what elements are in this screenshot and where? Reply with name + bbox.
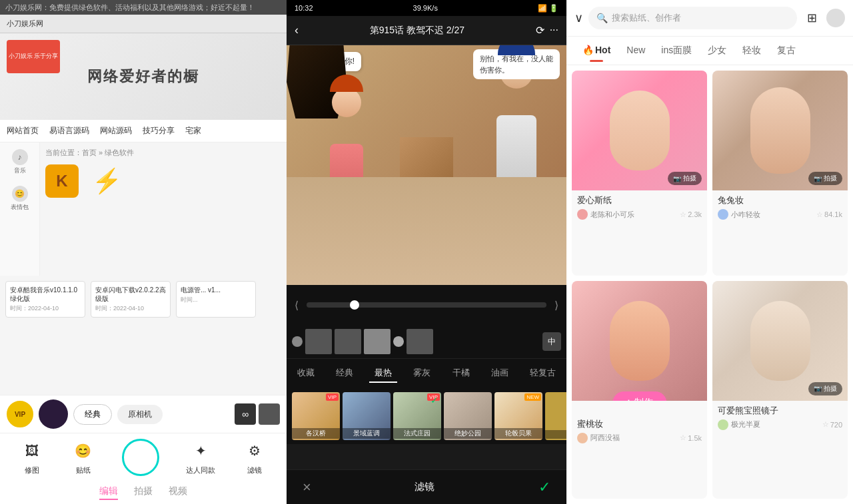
- qr-scan-icon[interactable]: ⊞: [802, 9, 821, 27]
- download-card-0[interactable]: 安卓酷我音乐v10.1.1.0 绿化版 时间：2022-04-10: [5, 281, 85, 318]
- main-content: 当前位置：首页 » 绿色软件 K ⚡: [40, 142, 287, 276]
- preset-label-2: 法式庄园: [393, 428, 441, 439]
- nav-home[interactable]: 网站首页: [7, 125, 39, 136]
- filter-tab-classic[interactable]: 经典: [331, 364, 359, 383]
- tag-vintage[interactable]: 复古: [769, 42, 804, 59]
- preset-item-4[interactable]: NEW 轮毂贝果: [494, 392, 542, 440]
- tool-filter[interactable]: ⚙ 滤镜: [243, 439, 267, 476]
- card-title-1: 兔兔妆: [718, 194, 842, 206]
- preset-item-2[interactable]: VIP ✓ 法式庄园: [393, 392, 441, 440]
- tool-edit[interactable]: 🖼 修图: [20, 439, 44, 476]
- preset-label-1: 景域蓝调: [343, 428, 391, 439]
- website-name: 小刀娱乐网: [7, 19, 43, 27]
- search-placeholder: 搜索贴纸、创作者: [612, 12, 681, 24]
- keyframe-thumb-4[interactable]: [407, 329, 433, 354]
- camera-label-1: 拍摄: [824, 174, 837, 183]
- camera-icon-1: 📷: [814, 175, 822, 182]
- author-avatar-1: [718, 209, 728, 220]
- timeline-next-icon[interactable]: ⟩: [552, 299, 561, 312]
- filter-tab-collect[interactable]: 收藏: [292, 364, 320, 383]
- tag-hot[interactable]: 🔥Hot: [574, 42, 618, 59]
- bottom-action-bar: × 滤镜 ✓: [287, 469, 566, 504]
- girl-character: [320, 71, 373, 177]
- lightning-icon: ⚡: [92, 167, 122, 195]
- filter-tab-hot[interactable]: 最热: [369, 364, 397, 383]
- filter-tab-dry[interactable]: 干橘: [447, 364, 475, 383]
- sidebar-icon-emoji[interactable]: 😊 表情包: [11, 186, 29, 212]
- edit-icon: 🖼: [20, 439, 44, 463]
- tag-girl[interactable]: 少女: [700, 42, 734, 59]
- nav-source[interactable]: 网站源码: [100, 125, 132, 136]
- likes-count-1: 84.1k: [824, 210, 842, 218]
- grid-card-3[interactable]: 📷 拍摄 可爱熊宝照镜子 极光半夏 ☆ 720: [712, 281, 848, 499]
- grid-card-0[interactable]: 📷 拍摄 爱心斯纸 老陈和小可乐 ☆ 2.3k: [572, 71, 707, 276]
- tag-light[interactable]: 轻妆: [734, 42, 769, 59]
- nav-easylang[interactable]: 易语言源码: [49, 125, 89, 136]
- tag-ins-label: ins面膜: [661, 45, 692, 55]
- cancel-icon[interactable]: ×: [303, 479, 311, 496]
- keyframe-thumb-2[interactable]: [335, 329, 361, 354]
- keyframe-thumb-3[interactable]: [364, 329, 391, 354]
- preset-label-0: 各汉桥: [292, 428, 340, 439]
- tool-sticker[interactable]: 😊 贴纸: [71, 439, 95, 476]
- nav-otaku[interactable]: 宅家: [185, 125, 201, 136]
- preset-badge-4: NEW: [524, 393, 541, 401]
- chevron-down-icon[interactable]: ∨: [574, 11, 583, 25]
- card-meta-2: 阿西没福 ☆ 1.5k: [577, 433, 702, 443]
- download-card-1[interactable]: 安卓闪电下载v2.0.2.2高级版 时间：2022-04-10: [91, 281, 171, 318]
- tool-edit-label: 修图: [25, 465, 39, 475]
- download-card-2[interactable]: 电源管... v1... 时间...: [176, 281, 256, 318]
- download-date-1: 时间：2022-04-10: [95, 304, 166, 313]
- capture-circle-icon: [122, 439, 159, 476]
- tab-video[interactable]: 视频: [169, 485, 187, 500]
- more-icon[interactable]: ···: [550, 24, 558, 37]
- card-meta-3: 极光半夏 ☆ 720: [718, 419, 842, 430]
- filter-tabs: 收藏 经典 最热 雾灰 干橘 油画 轻复古: [287, 358, 566, 388]
- timeline-prev-icon[interactable]: ⟨: [292, 299, 301, 312]
- girl-head: [332, 88, 361, 117]
- nav-tips[interactable]: 技巧分享: [143, 125, 175, 136]
- tag-new[interactable]: New: [618, 42, 653, 59]
- preset-item-0[interactable]: VIP 各汉桥: [292, 392, 340, 440]
- keyframe-thumb-1[interactable]: [305, 329, 332, 354]
- filter-tab-grey[interactable]: 雾灰: [408, 364, 436, 383]
- fab-create-button[interactable]: + 制作: [612, 391, 666, 401]
- share-icon[interactable]: ⟳: [536, 24, 544, 37]
- preset-item-1[interactable]: 景域蓝调: [343, 392, 391, 440]
- user-avatar[interactable]: [826, 9, 845, 27]
- card-image-2: + 制作: [572, 281, 707, 401]
- search-bar[interactable]: 🔍 搜索贴纸、创作者: [588, 7, 797, 29]
- sidebar-icon-music[interactable]: ♪ 音乐: [12, 149, 28, 175]
- filter-btn-classic[interactable]: 经典: [73, 404, 112, 425]
- card-author-0: 老陈和小可乐: [577, 209, 634, 220]
- tool-sticker-label: 贴纸: [76, 465, 91, 475]
- filter-tab-oil[interactable]: 油画: [486, 364, 514, 383]
- preset-item-5[interactable]: Y值 ...: [545, 392, 566, 440]
- card-likes-3: ☆ 720: [822, 420, 842, 429]
- capture-button[interactable]: [122, 439, 159, 476]
- preset-item-3[interactable]: 绝妙公园: [444, 392, 492, 440]
- comic-nav-bar: ‹ 第915话 教驾不迟 2/27 ⟳ ···: [287, 16, 566, 45]
- tab-edit[interactable]: 编辑: [99, 485, 118, 500]
- signal-icons: 📶 🔋: [538, 4, 558, 13]
- tab-capture[interactable]: 拍摄: [134, 485, 153, 500]
- tag-hot-label: Hot: [595, 45, 610, 55]
- filter-tab-vintage[interactable]: 轻复古: [524, 364, 561, 383]
- card-author-1: 小咋轻妆: [718, 209, 760, 220]
- fab-label: 制作: [634, 397, 653, 401]
- timeline-track[interactable]: [307, 302, 546, 308]
- confirm-icon[interactable]: ✓: [538, 479, 550, 496]
- camera-tag-1: 📷 拍摄: [808, 172, 842, 185]
- filter-btn-camera[interactable]: 原相机: [117, 405, 163, 424]
- website-bar: 小刀娱乐网: [0, 15, 287, 33]
- grid-card-2[interactable]: + 制作 蜜桃妆 阿西没福 ☆ 1.5k: [572, 281, 707, 499]
- card-title-3: 可爱熊宝照镜子: [718, 405, 842, 417]
- keyframe-menu-icon[interactable]: 中: [542, 332, 561, 351]
- camera-label-0: 拍摄: [683, 174, 696, 183]
- grid-card-1[interactable]: 📷 拍摄 兔兔妆 小咋轻妆 ☆ 84.1k: [712, 71, 848, 276]
- logo-text: 小刀娱乐 乐于分享: [9, 53, 59, 61]
- emoji-label: 表情包: [11, 203, 29, 212]
- tag-ins[interactable]: ins面膜: [653, 42, 700, 59]
- back-arrow-icon[interactable]: ‹: [295, 23, 299, 37]
- tool-pro[interactable]: ✦ 达人同款: [186, 439, 215, 476]
